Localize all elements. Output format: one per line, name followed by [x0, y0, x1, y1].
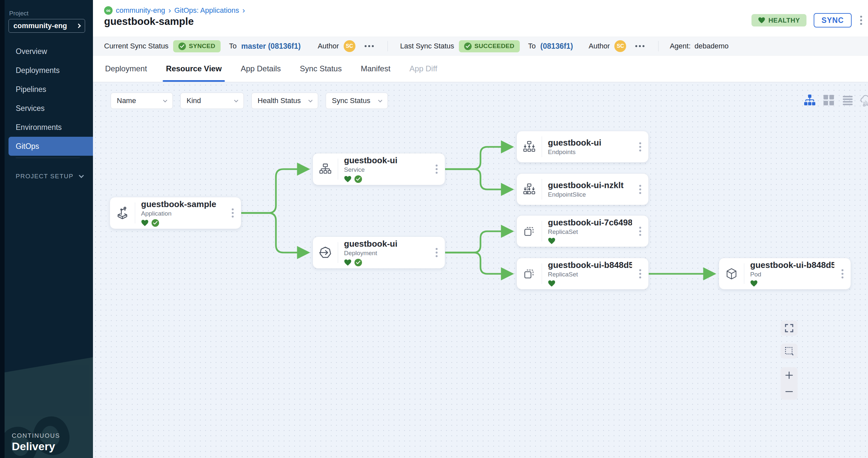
sidebar-item-deployments[interactable]: Deployments — [5, 61, 93, 80]
to-label: To — [229, 42, 237, 51]
author-avatar: SC — [614, 40, 626, 52]
list-view-icon[interactable] — [841, 94, 854, 107]
chevron-down-icon — [163, 98, 167, 102]
sidebar-item-environments[interactable]: Environments — [5, 118, 93, 137]
page-title: guestbook-sample — [104, 16, 194, 28]
breadcrumb-link-applications[interactable]: GitOps: Applications — [174, 6, 239, 15]
node-menu-kebab[interactable] — [428, 248, 445, 257]
sidebar-item-overview[interactable]: Overview — [5, 42, 93, 61]
node-menu-kebab[interactable] — [834, 269, 851, 279]
app-root: Project community-eng Overview Deploymen… — [0, 0, 868, 458]
tab-app-details[interactable]: App Details — [241, 56, 281, 82]
check-icon — [354, 175, 362, 183]
node-kind: Service — [344, 166, 428, 173]
node-pod[interactable]: guestbook-ui-b848d5d9... Pod — [719, 258, 851, 290]
heart-icon — [548, 280, 555, 287]
breadcrumb-separator: › — [243, 6, 245, 15]
zoom-in-button[interactable] — [781, 367, 798, 384]
filter-sync-status[interactable]: Sync Status — [326, 93, 388, 109]
heart-icon — [548, 237, 555, 244]
last-target-link[interactable]: (08136f1) — [540, 42, 573, 51]
node-endpointslice[interactable]: guestbook-ui-nzklt EndpointSlice — [517, 173, 649, 205]
node-menu-kebab[interactable] — [428, 165, 445, 174]
replicaset-icon — [517, 224, 542, 238]
succeeded-badge: SUCCEEDED — [459, 40, 520, 52]
to-label: To — [528, 42, 536, 51]
node-application[interactable]: guestbook-sample Application — [110, 197, 241, 229]
node-endpoints[interactable]: guestbook-ui Endpoints — [517, 131, 649, 163]
sync-button[interactable]: SYNC — [814, 13, 851, 28]
project-setup-toggle[interactable]: PROJECT SETUP — [16, 173, 83, 180]
node-title: guestbook-ui — [548, 138, 632, 148]
chevron-right-icon — [76, 24, 81, 28]
author-avatar: SC — [344, 40, 355, 52]
filter-name[interactable]: Name — [111, 93, 173, 109]
sidebar: Project community-eng Overview Deploymen… — [5, 0, 93, 458]
tab-deployment[interactable]: Deployment — [105, 56, 147, 82]
author-label: Author — [589, 42, 610, 51]
replicaset-icon — [517, 267, 542, 281]
node-title: guestbook-ui-nzklt — [548, 180, 632, 190]
heart-icon — [344, 176, 351, 183]
node-kind: Pod — [750, 271, 834, 278]
node-menu-kebab[interactable] — [224, 208, 241, 218]
author-label: Author — [318, 42, 339, 51]
heart-icon — [141, 220, 149, 226]
node-service[interactable]: guestbook-ui Service — [313, 153, 445, 185]
node-kind: Application — [141, 210, 224, 217]
breadcrumb-link-project[interactable]: community-eng — [116, 6, 165, 15]
chevron-down-icon — [79, 173, 84, 178]
sidebar-item-pipelines[interactable]: Pipelines — [5, 80, 93, 99]
tab-resource-view[interactable]: Resource View — [166, 56, 222, 82]
node-menu-kebab[interactable] — [632, 269, 648, 279]
node-menu-kebab[interactable] — [632, 227, 648, 236]
cloud-network-icon[interactable] — [859, 94, 868, 107]
tab-sync-status[interactable]: Sync Status — [300, 56, 342, 82]
brand-delivery-label: Delivery — [12, 440, 60, 453]
agent-value: debademo — [694, 42, 728, 51]
current-sync-more-kebab[interactable] — [365, 45, 374, 47]
last-sync-more-kebab[interactable] — [635, 45, 645, 47]
tree-view-icon[interactable] — [803, 94, 816, 107]
zoom-out-button[interactable] — [781, 384, 798, 400]
check-icon — [464, 42, 472, 50]
marquee-select-button[interactable] — [781, 344, 798, 359]
node-menu-kebab[interactable] — [632, 185, 648, 194]
sidebar-item-services[interactable]: Services — [5, 99, 93, 118]
gitops-breadcrumb-icon: ∞ — [104, 6, 113, 15]
node-menu-kebab[interactable] — [632, 142, 648, 152]
heart-icon — [758, 17, 765, 24]
chevron-down-icon — [234, 98, 238, 102]
tab-manifest[interactable]: Manifest — [361, 56, 391, 82]
project-selector-value: community-eng — [13, 22, 67, 30]
project-selector[interactable]: community-eng — [8, 19, 85, 33]
fit-to-screen-button[interactable] — [781, 321, 798, 336]
service-icon — [313, 162, 338, 176]
node-replicaset-7c64987dc9[interactable]: guestbook-ui-7c64987dc9 ReplicaSet — [517, 215, 649, 247]
heart-icon — [344, 259, 351, 266]
grid-view-icon[interactable] — [822, 94, 835, 107]
node-replicaset-b848d5d9d[interactable]: guestbook-ui-b848d5d9d ReplicaSet — [517, 258, 649, 290]
node-deployment[interactable]: guestbook-ui Deployment — [313, 236, 445, 269]
breadcrumb-separator: › — [168, 6, 171, 15]
agent-label: Agent: — [670, 42, 691, 51]
filter-kind[interactable]: Kind — [180, 93, 244, 109]
node-title: guestbook-sample — [141, 199, 224, 209]
divider — [658, 41, 658, 52]
chevron-down-icon — [378, 98, 382, 102]
resource-tree-canvas[interactable]: Name Kind Health Status Sync Status — [93, 83, 868, 458]
node-title: guestbook-ui-b848d5d9... — [750, 260, 834, 270]
check-icon — [354, 259, 362, 266]
sidebar-item-gitops[interactable]: GitOps — [8, 137, 93, 156]
module-nav-strip — [0, 0, 5, 458]
application-icon — [110, 206, 135, 220]
sidebar-brand: ∞ CONTINUOUS Delivery — [5, 357, 93, 458]
app-menu-kebab[interactable] — [859, 14, 863, 26]
last-sync-status-label: Last Sync Status — [400, 42, 454, 51]
project-label: Project — [9, 10, 29, 17]
filter-bar: Name Kind Health Status Sync Status — [111, 93, 388, 109]
heart-icon — [750, 280, 758, 287]
sidebar-nav: Overview Deployments Pipelines Services … — [5, 42, 93, 156]
filter-health-status[interactable]: Health Status — [251, 93, 318, 109]
current-target-link[interactable]: master (08136f1) — [241, 42, 301, 51]
